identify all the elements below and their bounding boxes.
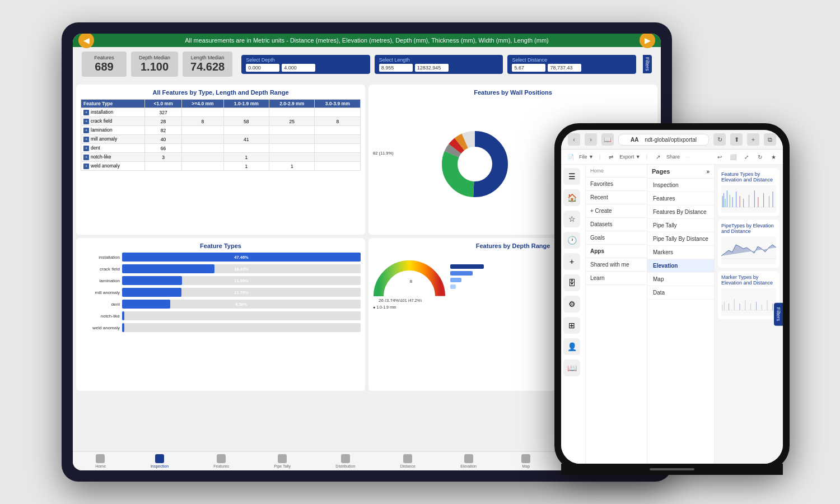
toolbar-share-icon[interactable]: ↗ (653, 152, 663, 162)
leftnav-menu-icon[interactable]: ☰ (563, 168, 580, 185)
nav-label-distribution: Distribution (335, 464, 355, 468)
select-length-max[interactable] (415, 64, 449, 72)
bottom-nav-item-features[interactable]: Features (213, 454, 229, 468)
chart-visual-2 (721, 236, 776, 264)
cell-c2 (182, 153, 223, 162)
toolbar-undo-icon[interactable]: ↩ (715, 152, 725, 162)
feature-table: Feature Type <1.0 mm >=4.0 mm 1.0-1.9 mm… (81, 99, 361, 171)
page-item-features[interactable]: Features (647, 192, 714, 206)
page-item-pipe-tally-by-distance[interactable]: Pipe Tally By Distance (647, 232, 714, 246)
col-lt1mm: <1.0 mm (144, 100, 182, 108)
page-item-features-by-distance[interactable]: Features By Distance (647, 206, 714, 219)
bottom-nav-item-map[interactable]: Map (521, 454, 530, 468)
menu-label-goals[interactable]: Goals (586, 231, 647, 245)
select-length-min[interactable] (379, 64, 413, 72)
browser-tabs-icon[interactable]: ⧉ (764, 133, 776, 146)
nav-forward-button[interactable]: ▶ (640, 34, 655, 48)
browser-bookmark-icon[interactable]: 📖 (601, 133, 614, 146)
svg-rect-34 (740, 304, 740, 310)
browser-back-button[interactable]: ‹ (568, 133, 580, 146)
nav-back-button[interactable]: ◀ (78, 34, 94, 48)
toolbar-layout-icon[interactable]: ⬜ (728, 152, 738, 162)
svg-rect-40 (772, 304, 773, 310)
svg-rect-19 (740, 196, 740, 207)
bar-row: lamination 11.90% (81, 276, 361, 285)
table-row: +notch-like 3 1 (81, 153, 361, 162)
phone-url-bar[interactable]: AA ndt-global/optixportal (618, 134, 709, 146)
bottom-nav-item-distribution[interactable]: Distribution (335, 454, 355, 468)
features-value: 689 (90, 60, 119, 73)
svg-rect-37 (756, 302, 757, 310)
leftnav-recent-icon[interactable]: 🕐 (563, 232, 580, 249)
leftnav-datasets-icon[interactable]: 🗄 (563, 274, 580, 291)
browser-new-tab-icon[interactable]: + (747, 133, 759, 146)
toolbar-share-label: Share (666, 154, 680, 160)
phone-screen: ‹ › 📖 AA ndt-global/optixportal ↻ ⬆ + ⧉ … (561, 130, 783, 464)
table-row: +mill anomaly 40 41 (81, 135, 361, 144)
menu-label-home: Home (586, 165, 647, 178)
leftnav-apps-icon[interactable]: ⊞ (563, 317, 580, 334)
select-depth-min[interactable] (246, 64, 279, 72)
bar-row: notch-like (81, 311, 361, 320)
bar-track: 47.46% (122, 253, 361, 262)
toolbar-export-icon[interactable]: ⇌ (606, 152, 616, 162)
browser-forward-button[interactable]: › (585, 133, 597, 146)
page-item-elevation[interactable]: Elevation (647, 259, 714, 273)
menu-label-shared[interactable]: Shared with me (586, 258, 647, 272)
bottom-nav-item-home[interactable]: Home (95, 454, 106, 468)
menu-label-recent[interactable]: Recent (586, 191, 647, 204)
leftnav-goals-icon[interactable]: ⚙ (563, 296, 580, 312)
cell-type: +notch-like (81, 153, 145, 162)
page-item-markers[interactable]: Markers (647, 246, 714, 259)
filters-tab[interactable]: Filters (643, 55, 652, 73)
cell-c4 (269, 153, 315, 162)
table-row: +crack field 28 8 58 25 8 (81, 117, 361, 126)
phone: ‹ › 📖 AA ndt-global/optixportal ↻ ⬆ + ⧉ … (554, 123, 790, 470)
toolbar-star-icon[interactable]: ★ (768, 152, 778, 162)
phone-filters-tab[interactable]: Filters (774, 303, 783, 326)
page-item-map[interactable]: Map (647, 273, 714, 286)
depth-median-stat: Depth Median 1.100 (131, 52, 178, 77)
bar-row: crack field 18.43% (81, 264, 361, 273)
browser-refresh-icon[interactable]: ↻ (713, 133, 726, 146)
chart-title-3: Marker Types by Elevation and Distance (721, 274, 776, 286)
nav-label-home: Home (95, 464, 106, 468)
svg-rect-32 (729, 304, 729, 310)
page-item-data[interactable]: Data (647, 286, 714, 300)
cell-c2 (182, 126, 223, 135)
svg-rect-31 (724, 302, 725, 310)
menu-label-apps[interactable]: Apps (586, 245, 647, 258)
select-depth-max[interactable] (282, 64, 315, 72)
page-item-inspection[interactable]: Inspection (647, 179, 714, 192)
toolbar-refresh2-icon[interactable]: ↻ (755, 152, 765, 162)
toolbar-expand-icon[interactable]: ⤢ (741, 152, 752, 162)
leftnav-home-icon[interactable]: 🏠 (563, 189, 580, 206)
leftnav-favorites-icon[interactable]: ☆ (563, 211, 580, 227)
menu-label-datasets[interactable]: Datasets (586, 218, 647, 231)
toolbar-file-icon[interactable]: 📄 (566, 152, 576, 162)
select-depth-label: Select Depth (246, 57, 366, 63)
url-aa: AA (631, 137, 638, 143)
menu-label-create[interactable]: + Create (586, 204, 647, 218)
nav-icon-pipe tally (278, 454, 287, 463)
leftnav-learn-icon[interactable]: 📖 (563, 360, 580, 376)
select-distance-max[interactable] (548, 64, 581, 72)
cell-c2 (182, 162, 223, 171)
bar-row: weld anomaly (81, 323, 361, 332)
menu-label-learn[interactable]: Learn (586, 272, 647, 285)
length-median-label: Length Median (190, 55, 225, 60)
leftnav-create-icon[interactable]: + (563, 253, 580, 270)
bottom-nav-item-distance[interactable]: Distance (400, 454, 416, 468)
bottom-nav-item-elevation[interactable]: Elevation (460, 454, 477, 468)
bottom-nav-item-pipe-tally[interactable]: Pipe Tally (274, 454, 291, 468)
leftnav-shared-icon[interactable]: 👤 (563, 338, 580, 355)
select-distance-min[interactable] (512, 64, 545, 72)
browser-share-icon[interactable]: ⬆ (730, 133, 743, 146)
menu-label-favorites[interactable]: Favorites (586, 178, 647, 191)
bottom-nav-item-inspection[interactable]: Inspection (151, 454, 169, 468)
page-item-pipe-tally[interactable]: Pipe Tally (647, 219, 714, 232)
topbar-measurement-text: All measurements are in Metric units - D… (185, 37, 549, 44)
nav-icon-distribution (341, 454, 350, 463)
pages-title: Pages (652, 168, 670, 175)
pages-collapse-icon[interactable]: » (706, 169, 710, 175)
